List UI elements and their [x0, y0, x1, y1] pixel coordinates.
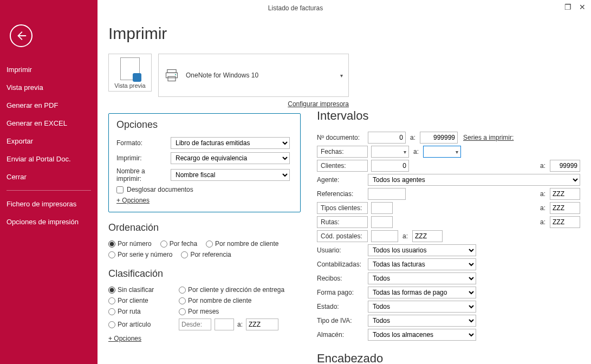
svg-rect-2 — [168, 76, 176, 81]
opciones-plus-link[interactable]: + Opciones — [116, 197, 150, 204]
cls-por-cliente[interactable]: Por cliente — [108, 297, 173, 304]
formato-label: Formato: — [116, 139, 171, 147]
clasificacion-title: Clasificación — [108, 268, 301, 280]
tipos-to-input[interactable] — [550, 202, 580, 214]
nav-cerrar[interactable]: Cerrar — [0, 168, 98, 186]
window-restore-icon[interactable]: ❐ — [564, 3, 571, 11]
tiva-label: Tipo de IVA: — [317, 317, 368, 324]
nav-exportar[interactable]: Exportar — [0, 132, 98, 150]
nav-opciones-impresion[interactable]: Opciones de impresión — [0, 213, 98, 231]
ndoc-a-label: a: — [410, 134, 415, 141]
nav-vista-previa[interactable]: Vista previa — [0, 79, 98, 96]
clasificacion-plus-link[interactable]: + Opciones — [108, 335, 141, 342]
fpago-label: Forma pago: — [317, 289, 368, 296]
usuario-label: Usuario: — [317, 246, 368, 254]
ndoc-label: Nº documento: — [317, 134, 368, 141]
encabezado-title: Encabezado — [317, 352, 580, 364]
cp-button[interactable]: Cód. postales: — [317, 230, 368, 242]
nav-generar-pdf[interactable]: Generar en PDF — [0, 96, 98, 114]
ordenacion-title: Ordenación — [108, 222, 301, 233]
agente-select[interactable]: Todos los agentes — [368, 174, 580, 186]
estado-label: Estado: — [317, 303, 368, 310]
imprimir-select[interactable]: Recargo de equivalencia — [171, 152, 290, 164]
agente-label: Agente: — [317, 176, 368, 184]
rutas-a-label: a: — [540, 218, 545, 226]
nombre-label: Nombre a imprimir: — [116, 167, 171, 183]
rutas-from-input[interactable] — [371, 216, 393, 228]
document-icon — [120, 57, 140, 80]
ndoc-to-input[interactable] — [420, 132, 458, 144]
series-link[interactable]: Series a imprimir: — [463, 134, 514, 141]
fechas-button[interactable]: Fechas: — [317, 146, 368, 158]
estado-select[interactable]: Todos — [368, 301, 476, 313]
cls-por-articulo[interactable]: Por artículo — [108, 321, 173, 328]
printer-icon — [164, 68, 179, 83]
cp-from-input[interactable] — [371, 230, 398, 242]
ord-por-fecha[interactable]: Por fecha — [160, 240, 197, 248]
cls-desde-input[interactable] — [179, 318, 211, 330]
usuario-select[interactable]: Todos los usuarios — [368, 244, 476, 256]
ndoc-from-input[interactable] — [368, 132, 406, 144]
preview-label: Vista previa — [111, 82, 149, 89]
cls-por-meses[interactable]: Por meses — [179, 308, 301, 315]
tiva-select[interactable]: Todos — [368, 315, 476, 327]
clientes-from-input[interactable] — [371, 160, 409, 172]
formato-select[interactable]: Libro de facturas emitidas — [171, 137, 290, 149]
printer-selector[interactable]: OneNote for Windows 10 ▾ — [158, 54, 349, 97]
clientes-to-input[interactable] — [550, 160, 580, 172]
chevron-down-icon: ▾ — [340, 73, 343, 79]
nav-fichero-impresoras[interactable]: Fichero de impresoras — [0, 195, 98, 213]
cls-cliente-direccion[interactable]: Por cliente y dirección de entrega — [179, 286, 301, 294]
svg-point-3 — [175, 74, 176, 75]
nav-generar-excel[interactable]: Generar en EXCEL — [0, 114, 98, 132]
recibos-select[interactable]: Todos — [368, 272, 476, 284]
cp-a-label: a: — [402, 232, 408, 240]
fecha-from-combo[interactable]: ▾ — [371, 146, 409, 158]
cls-sin-clasificar[interactable]: Sin clasificar — [108, 286, 173, 294]
sidebar: Imprimir Vista previa Generar en PDF Gen… — [0, 0, 98, 364]
ord-por-referencia[interactable]: Por referencia — [181, 251, 231, 258]
almacen-select[interactable]: Todos los almacenes — [368, 329, 476, 341]
ord-por-nombre[interactable]: Por nombre de cliente — [206, 240, 278, 248]
ord-por-numero[interactable]: Por número — [108, 240, 152, 248]
nombre-select[interactable]: Nombre fiscal — [171, 169, 290, 181]
fpago-select[interactable]: Todas las formas de pago — [368, 287, 476, 298]
tipos-from-input[interactable] — [371, 202, 393, 214]
contab-select[interactable]: Todas las facturas — [368, 258, 476, 270]
svg-rect-0 — [167, 70, 176, 73]
opciones-title: Opciones — [116, 119, 293, 131]
page-title: Imprimir — [108, 24, 580, 43]
cls-por-nombre[interactable]: Por nombre de cliente — [179, 297, 301, 304]
ord-por-serie[interactable]: Por serie y número — [108, 251, 172, 258]
nav-enviar-portal[interactable]: Enviar al Portal Doc. — [0, 150, 98, 168]
fecha-to-combo[interactable]: ▾ — [423, 146, 461, 158]
clientes-button[interactable]: Clientes: — [317, 160, 368, 172]
cp-to-input[interactable] — [412, 230, 443, 242]
cls-a-input[interactable] — [246, 318, 278, 330]
arrow-left-icon — [15, 30, 27, 42]
preview-button[interactable]: Vista previa — [108, 54, 152, 92]
rutas-to-input[interactable] — [550, 216, 580, 228]
tipos-a-label: a: — [540, 204, 545, 212]
cls-a-label: a: — [237, 321, 243, 328]
nav-separator — [7, 190, 91, 191]
configure-printer-link[interactable]: Configurar impresora — [158, 100, 349, 108]
back-button[interactable] — [10, 24, 33, 47]
ref-from-input[interactable] — [368, 188, 406, 200]
desglosar-checkbox[interactable] — [116, 186, 124, 193]
contab-label: Contabilizadas: — [317, 261, 368, 268]
rutas-button[interactable]: Rutas: — [317, 216, 368, 228]
nav-imprimir[interactable]: Imprimir — [0, 61, 98, 79]
cls-por-ruta[interactable]: Por ruta — [108, 308, 173, 315]
magnifier-icon — [133, 73, 141, 82]
intervalos-title: Intervalos — [317, 109, 580, 123]
window-close-icon[interactable]: ✕ — [579, 3, 586, 11]
printer-name: OneNote for Windows 10 — [186, 72, 258, 79]
desglosar-label: Desglosar documentos — [127, 186, 193, 193]
cls-extra-input[interactable] — [215, 318, 234, 330]
ref-to-input[interactable] — [550, 188, 580, 200]
opciones-panel: Opciones Formato: Libro de facturas emit… — [108, 113, 301, 212]
fechas-a-label: a: — [413, 148, 419, 155]
ref-a-label: a: — [540, 190, 545, 198]
tipos-button[interactable]: Tipos clientes: — [317, 202, 368, 214]
